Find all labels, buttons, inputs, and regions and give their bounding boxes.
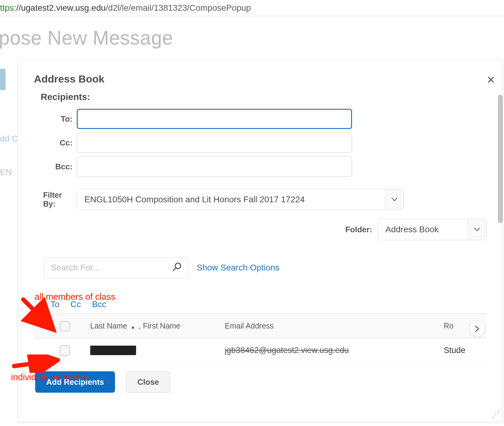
cc-label: Cc:: [34, 138, 77, 148]
background-engl-fragment: EN: [0, 167, 12, 177]
address-bar[interactable]: ttps://ugatest2.view.usg.edu/d2l/le/emai…: [0, 0, 504, 16]
add-to-to-link[interactable]: To: [50, 299, 60, 309]
filter-dropdown[interactable]: ENGL1050H Composition and Lit Honors Fal…: [77, 189, 404, 210]
add-to-links: To Cc Bcc: [50, 299, 487, 309]
add-recipients-button[interactable]: Add Recipients: [35, 371, 115, 393]
sort-asc-icon: ▲: [131, 324, 135, 329]
close-icon[interactable]: ✕: [487, 74, 495, 86]
to-label: To:: [34, 114, 77, 124]
url-path: /d2l/le/email/1381323/ComposePopup: [106, 3, 251, 13]
recipients-heading: Recipients:: [41, 92, 487, 102]
folder-row: Folder: Address Book: [34, 219, 487, 240]
search-box[interactable]: [44, 257, 188, 278]
row-select-cell: [34, 345, 86, 356]
search-input[interactable]: [51, 263, 172, 273]
folder-selected: Address Book: [378, 225, 467, 234]
show-search-options-link[interactable]: Show Search Options: [197, 263, 280, 273]
background-active-tab-fragment: [0, 69, 6, 90]
url-scheme: ttps: [0, 3, 14, 13]
recipients-table: Last Name ▲ , First Name Email Address R…: [34, 314, 487, 363]
footer-buttons: Add Recipients Close: [35, 371, 487, 393]
cc-input[interactable]: [77, 133, 352, 153]
search-icon[interactable]: [172, 262, 182, 274]
close-button[interactable]: Close: [126, 371, 170, 393]
to-row: To:: [34, 109, 487, 129]
folder-label: Folder:: [345, 225, 372, 234]
select-all-cell: [34, 321, 86, 331]
row-name: iBozza, Jay: [86, 346, 220, 355]
col-name-first: , First Name: [139, 321, 180, 330]
bcc-label: Bcc:: [34, 162, 77, 171]
bcc-row: Bcc:: [34, 156, 487, 177]
filter-label: Filter By:: [34, 191, 77, 208]
scrollbar-thumb[interactable]: [498, 95, 503, 223]
search-row: Show Search Options: [44, 257, 487, 278]
svg-line-1: [173, 268, 176, 271]
cc-row: Cc:: [34, 133, 487, 153]
filter-row: Filter By: ENGL1050H Composition and Lit…: [34, 189, 487, 210]
resize-grip-icon[interactable]: ⋰: [491, 409, 500, 419]
folder-dropdown[interactable]: Address Book: [378, 219, 487, 240]
filter-selected: ENGL1050H Composition and Lit Honors Fal…: [77, 195, 385, 204]
chevron-down-icon: [385, 189, 404, 210]
table-header-row: Last Name ▲ , First Name Email Address R…: [34, 314, 487, 338]
background-add-fragment: dd C: [0, 134, 18, 144]
select-all-checkbox[interactable]: [60, 321, 70, 331]
col-name[interactable]: Last Name ▲ , First Name: [86, 321, 220, 330]
modal-title: Address Book: [34, 73, 487, 85]
chevron-down-icon: [467, 219, 486, 240]
add-to-cc-link[interactable]: Cc: [71, 299, 81, 309]
table-row: iBozza, Jay jgb38462@ugatest2.view.usg.e…: [34, 338, 487, 363]
row-email-text: jgb38462@ugatest2.view.usg.edu: [225, 346, 349, 355]
address-book-modal: ✕ Address Book Recipients: To: Cc: Bcc: …: [18, 60, 503, 422]
row-name-redacted: iBozza, Jay: [90, 346, 136, 355]
bcc-input[interactable]: [77, 156, 352, 177]
row-checkbox[interactable]: [60, 345, 70, 356]
background-page-title: pose New Message: [0, 16, 504, 55]
url-host: ://ugatest2.view.usg.edu: [14, 3, 106, 13]
next-page-button[interactable]: [469, 321, 485, 337]
row-email: jgb38462@ugatest2.view.usg.edu: [220, 346, 441, 355]
to-input[interactable]: [77, 109, 352, 129]
col-email[interactable]: Email Address: [220, 321, 441, 330]
add-to-bcc-link[interactable]: Bcc: [92, 299, 106, 309]
col-name-last: Last Name: [90, 321, 127, 330]
row-role: Stude: [441, 346, 487, 355]
